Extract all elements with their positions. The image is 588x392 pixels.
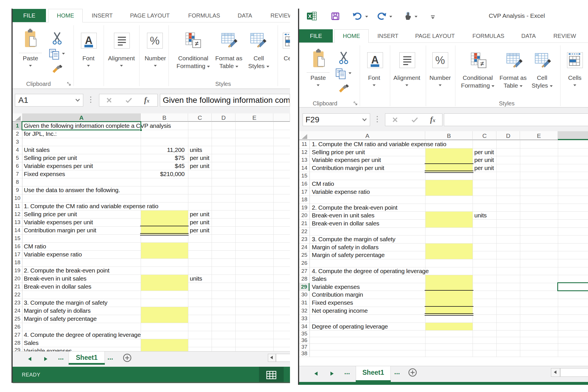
- svg-text:%: %: [435, 54, 445, 66]
- svg-text:A: A: [85, 34, 92, 46]
- svg-text:A: A: [371, 54, 379, 66]
- svg-text:X: X: [308, 13, 312, 19]
- svg-text:%: %: [150, 35, 160, 47]
- svg-text:≠: ≠: [480, 60, 484, 67]
- svg-text:≠: ≠: [195, 40, 198, 47]
